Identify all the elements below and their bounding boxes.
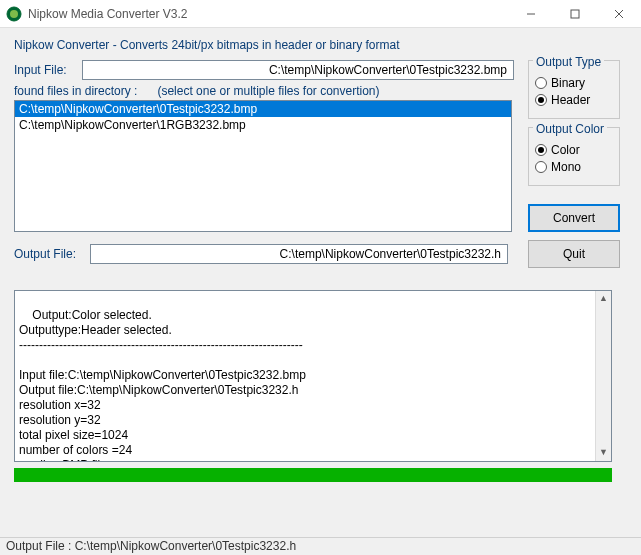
output-color-group: Output Color Color Mono [528, 127, 620, 186]
close-button[interactable] [597, 0, 641, 27]
list-item[interactable]: C:\temp\NipkowConverter\0Testpic3232.bmp [15, 101, 511, 117]
progress-bar [14, 468, 612, 482]
radio-mono[interactable]: Mono [535, 160, 613, 174]
input-file-field[interactable]: C:\temp\NipkowConverter\0Testpic3232.bmp [82, 60, 514, 80]
found-files-hint: (select one or multiple files for conver… [157, 84, 379, 98]
minimize-button[interactable] [509, 0, 553, 27]
convert-button[interactable]: Convert [528, 204, 620, 232]
quit-button[interactable]: Quit [528, 240, 620, 268]
found-files-label: found files in directory : [14, 84, 137, 98]
status-bar: Output File : C:\temp\NipkowConverter\0T… [0, 537, 641, 555]
output-file-field[interactable]: C:\temp\NipkowConverter\0Testpic3232.h [90, 244, 508, 264]
description-text: Nipkow Converter - Converts 24bit/px bit… [14, 38, 627, 52]
svg-rect-3 [571, 10, 579, 18]
status-text: Output File : C:\temp\NipkowConverter\0T… [6, 539, 296, 553]
output-color-title: Output Color [533, 122, 607, 136]
list-item[interactable]: C:\temp\NipkowConverter\1RGB3232.bmp [15, 117, 511, 133]
window-title: Nipkow Media Converter V3.2 [28, 7, 509, 21]
output-file-label: Output File: [14, 247, 90, 261]
output-type-title: Output Type [533, 55, 604, 69]
log-content: Output:Color selected. Outputtype:Header… [19, 308, 306, 462]
file-list[interactable]: C:\temp\NipkowConverter\0Testpic3232.bmp… [14, 100, 512, 232]
maximize-button[interactable] [553, 0, 597, 27]
radio-icon [535, 94, 547, 106]
log-textarea[interactable]: Output:Color selected. Outputtype:Header… [14, 290, 612, 462]
scroll-up-icon[interactable]: ▲ [596, 291, 611, 307]
output-type-group: Output Type Binary Header [528, 60, 620, 119]
scrollbar[interactable]: ▲ ▼ [595, 291, 611, 461]
progress-fill [14, 468, 612, 482]
radio-icon [535, 144, 547, 156]
radio-color[interactable]: Color [535, 143, 613, 157]
radio-header[interactable]: Header [535, 93, 613, 107]
radio-icon [535, 77, 547, 89]
scroll-down-icon[interactable]: ▼ [596, 445, 611, 461]
radio-binary[interactable]: Binary [535, 76, 613, 90]
input-file-label: Input File: [14, 63, 82, 77]
radio-icon [535, 161, 547, 173]
svg-point-1 [10, 10, 18, 18]
titlebar: Nipkow Media Converter V3.2 [0, 0, 641, 28]
app-icon [6, 6, 22, 22]
